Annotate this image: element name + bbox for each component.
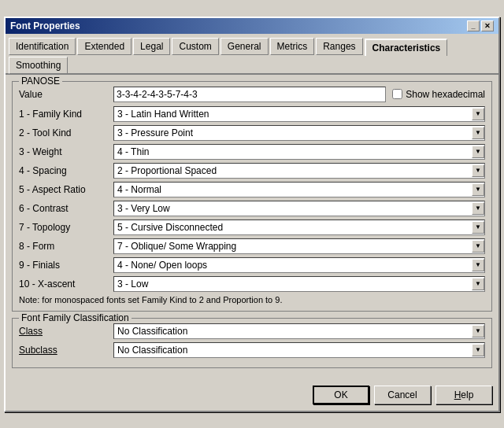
value-label: Value: [19, 89, 113, 100]
cancel-button[interactable]: Cancel: [374, 386, 431, 404]
spacing-dropdown[interactable]: 2 - Proportional Spaced ▼: [113, 163, 485, 179]
tool-kind-dropdown[interactable]: 3 - Pressure Point ▼: [113, 125, 485, 141]
topology-dropdown[interactable]: 5 - Cursive Disconnected ▼: [113, 220, 485, 235]
dropdown-arrow: ▼: [472, 344, 484, 356]
row-label-4: 5 - Aspect Ratio: [19, 184, 113, 195]
tab-ranges[interactable]: Ranges: [316, 38, 362, 55]
minimize-button[interactable]: _: [467, 20, 480, 31]
class-label: Class: [19, 326, 113, 337]
panose-row-2: 3 - Weight 4 - Thin ▼: [19, 144, 485, 160]
tab-custom[interactable]: Custom: [172, 38, 218, 55]
panose-group: PANOSE Value Show hexadecimal 1 - Family…: [12, 81, 492, 312]
panose-row-8: 9 - Finials 4 - None/ Open loops ▼: [19, 257, 485, 273]
dropdown-arrow: ▼: [472, 183, 484, 196]
value-input[interactable]: [113, 87, 386, 102]
dropdown-arrow: ▼: [472, 325, 484, 338]
ok-button[interactable]: OK: [313, 386, 369, 404]
dropdown-arrow: ▼: [472, 164, 484, 177]
panose-row-3: 4 - Spacing 2 - Proportional Spaced ▼: [19, 163, 485, 179]
tab-content: PANOSE Value Show hexadecimal 1 - Family…: [6, 75, 498, 381]
row-label-0: 1 - Family Kind: [19, 109, 113, 120]
title-bar: Font Properties _ ✕: [6, 18, 498, 34]
show-hex-label: Show hexadecimal: [392, 89, 485, 100]
dropdown-arrow: ▼: [472, 146, 484, 158]
close-button[interactable]: ✕: [481, 20, 494, 31]
contrast-dropdown[interactable]: 3 - Very Low ▼: [113, 201, 485, 216]
finials-dropdown[interactable]: 4 - None/ Open loops ▼: [113, 257, 485, 273]
subclass-row: Subclass No Classification ▼: [19, 342, 485, 358]
panose-row-7: 8 - Form 7 - Oblique/ Some Wrapping ▼: [19, 238, 485, 254]
row-label-7: 8 - Form: [19, 241, 113, 252]
font-properties-dialog: Font Properties _ ✕ Identification Exten…: [4, 17, 500, 412]
panose-row-9: 10 - X-ascent 3 - Low ▼: [19, 276, 485, 292]
row-label-2: 3 - Weight: [19, 146, 113, 157]
class-row: Class No Classification ▼: [19, 323, 485, 339]
panose-row-4: 5 - Aspect Ratio 4 - Normal ▼: [19, 182, 485, 197]
dropdown-arrow: ▼: [472, 202, 484, 215]
dropdown-arrow: ▼: [472, 240, 484, 253]
row-label-1: 2 - Tool Kind: [19, 127, 113, 138]
tab-smoothing[interactable]: Smoothing: [9, 57, 68, 74]
tab-metrics[interactable]: Metrics: [270, 38, 315, 55]
show-hex-checkbox[interactable]: [392, 89, 402, 99]
class-dropdown[interactable]: No Classification ▼: [113, 323, 485, 339]
dropdown-arrow: ▼: [472, 108, 484, 120]
panose-group-title: PANOSE: [19, 76, 62, 87]
font-family-group-title: Font Family Classification: [19, 312, 132, 323]
dropdown-arrow: ▼: [472, 259, 484, 271]
panose-note: Note: for monospaced fonts set Family Ki…: [19, 295, 485, 304]
subclass-dropdown[interactable]: No Classification ▼: [113, 342, 485, 358]
weight-dropdown[interactable]: 4 - Thin ▼: [113, 144, 485, 160]
title-bar-buttons: _ ✕: [467, 20, 494, 31]
panose-row-6: 7 - Topology 5 - Cursive Disconnected ▼: [19, 220, 485, 235]
panose-row-5: 6 - Contrast 3 - Very Low ▼: [19, 201, 485, 216]
row-label-8: 9 - Finials: [19, 260, 113, 271]
tab-extended[interactable]: Extended: [77, 38, 132, 55]
form-dropdown[interactable]: 7 - Oblique/ Some Wrapping ▼: [113, 238, 485, 254]
row-label-6: 7 - Topology: [19, 222, 113, 233]
dropdown-arrow: ▼: [472, 221, 484, 234]
dropdown-arrow: ▼: [472, 127, 484, 139]
tabs-container: Identification Extended Legal Custom Gen…: [6, 34, 498, 75]
help-button[interactable]: Help: [435, 386, 492, 404]
tab-characteristics[interactable]: Characteristics: [365, 39, 448, 56]
footer: OK Cancel Help: [6, 381, 498, 411]
font-family-group: Font Family Classification Class No Clas…: [12, 318, 492, 368]
tab-identification[interactable]: Identification: [9, 38, 76, 55]
row-label-5: 6 - Contrast: [19, 203, 113, 214]
tab-general[interactable]: General: [220, 38, 269, 55]
family-kind-dropdown[interactable]: 3 - Latin Hand Written ▼: [113, 106, 485, 122]
tab-legal[interactable]: Legal: [133, 38, 170, 55]
help-label: Help: [454, 389, 474, 400]
dialog-title: Font Properties: [10, 20, 80, 31]
dropdown-arrow: ▼: [472, 278, 484, 290]
row-label-9: 10 - X-ascent: [19, 279, 113, 290]
aspect-ratio-dropdown[interactable]: 4 - Normal ▼: [113, 182, 485, 197]
subclass-label: Subclass: [19, 345, 113, 356]
value-row: Value Show hexadecimal: [19, 87, 485, 102]
xascent-dropdown[interactable]: 3 - Low ▼: [113, 276, 485, 292]
row-label-3: 4 - Spacing: [19, 165, 113, 176]
panose-row-1: 2 - Tool Kind 3 - Pressure Point ▼: [19, 125, 485, 141]
panose-row-0: 1 - Family Kind 3 - Latin Hand Written ▼: [19, 106, 485, 122]
